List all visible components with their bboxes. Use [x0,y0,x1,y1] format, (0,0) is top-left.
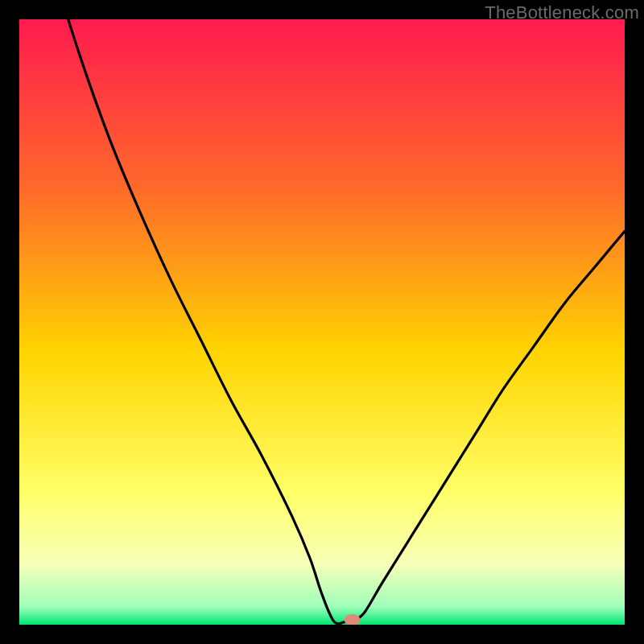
chart-frame: TheBottleneck.com [0,0,644,644]
plot-area [19,19,625,625]
bottleneck-chart [19,19,625,625]
gradient-background [19,19,625,625]
